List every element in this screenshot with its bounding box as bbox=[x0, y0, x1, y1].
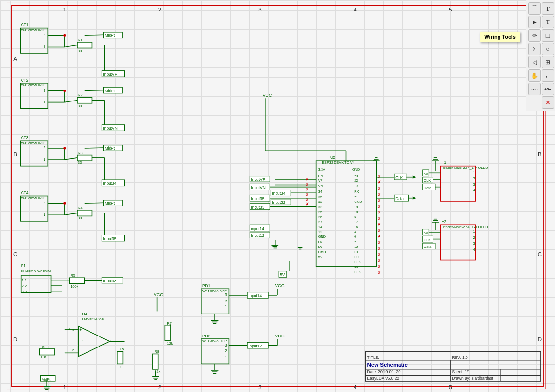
vcc-tool-btn[interactable]: vcc bbox=[528, 83, 541, 95]
svg-text:PD1: PD1 bbox=[202, 283, 211, 288]
svg-text:✗: ✗ bbox=[305, 187, 309, 192]
svg-text:ESP32 DEVKITC V4: ESP32 DEVKITC V4 bbox=[322, 160, 355, 165]
svg-text:5: 5 bbox=[449, 384, 452, 390]
text-tool-btn[interactable]: T bbox=[542, 16, 554, 28]
svg-text:D1: D1 bbox=[354, 250, 358, 254]
svg-text:MidPt: MidPt bbox=[105, 201, 115, 206]
svg-text:26: 26 bbox=[318, 215, 322, 219]
svg-text:✗: ✗ bbox=[377, 258, 381, 263]
wiring-tools-label: Wiring Tools bbox=[480, 32, 520, 42]
circle-tool-btn[interactable]: ○ bbox=[542, 43, 554, 55]
svg-text:17: 17 bbox=[354, 220, 358, 224]
svg-text:✗: ✗ bbox=[377, 222, 381, 227]
netflag-tool-btn[interactable]: Σ bbox=[528, 43, 541, 55]
svg-text:✗: ✗ bbox=[377, 246, 381, 251]
svg-text:1: 1 bbox=[63, 7, 66, 12]
hand-tool-btn[interactable]: ✋ bbox=[528, 69, 541, 82]
svg-text:R2: R2 bbox=[78, 93, 82, 97]
svg-text:16: 16 bbox=[354, 225, 358, 229]
svg-text:1: 1 bbox=[44, 212, 46, 217]
svg-text:✗: ✗ bbox=[305, 192, 309, 197]
junction-tool-btn[interactable]: ▶ bbox=[528, 16, 541, 28]
schematic-area[interactable]: 1 2 3 4 5 1 2 3 4 5 A B C D A B C D CT1 … bbox=[0, 0, 555, 392]
bus-tool-btn[interactable]: T bbox=[542, 2, 554, 15]
svg-text:✗: ✗ bbox=[377, 240, 381, 245]
arc-tool-btn[interactable]: ◁ bbox=[528, 56, 541, 68]
plus5v-tool-btn[interactable]: +5v bbox=[542, 83, 554, 95]
svg-text:TX: TX bbox=[354, 184, 358, 188]
svg-rect-109 bbox=[69, 278, 84, 284]
svg-text:Input33: Input33 bbox=[103, 279, 116, 283]
svg-text:4: 4 bbox=[354, 7, 357, 12]
svg-text:EN: EN bbox=[318, 174, 323, 178]
svg-text:TITLE:: TITLE: bbox=[367, 355, 379, 360]
svg-text:5V: 5V bbox=[318, 255, 322, 259]
svg-line-29 bbox=[65, 45, 77, 47]
svg-text:27: 27 bbox=[318, 220, 322, 224]
svg-text:Input32: Input32 bbox=[272, 200, 285, 205]
svg-text:R5: R5 bbox=[70, 273, 75, 278]
svg-text:35: 35 bbox=[318, 195, 322, 199]
svg-text:P1: P1 bbox=[21, 263, 26, 268]
svg-text:0: 0 bbox=[354, 235, 356, 239]
svg-text:New Schematic: New Schematic bbox=[367, 362, 408, 368]
svg-text:Input34: Input34 bbox=[103, 181, 116, 186]
svg-text:2: 2 bbox=[225, 348, 227, 353]
svg-marker-265 bbox=[413, 197, 416, 200]
svg-text:GND: GND bbox=[318, 235, 326, 239]
svg-text:Sheet: 1/1: Sheet: 1/1 bbox=[452, 370, 470, 374]
svg-point-99 bbox=[63, 202, 66, 205]
main-container: 1 2 3 4 5 1 2 3 4 5 A B C D A B C D CT1 … bbox=[0, 0, 555, 392]
svg-rect-88 bbox=[77, 210, 92, 216]
svg-text:D: D bbox=[13, 336, 17, 342]
pencil-tool-btn[interactable]: ✏ bbox=[528, 29, 541, 42]
svg-text:33: 33 bbox=[78, 216, 82, 220]
svg-text:✗: ✗ bbox=[377, 234, 381, 239]
svg-text:✗: ✗ bbox=[377, 270, 381, 275]
svg-point-59 bbox=[63, 90, 66, 92]
toolbar: ⌒ T ▶ T ✏ □ Σ ○ ◁ ⊞ ✋ ⌐ vcc +5v ✕ bbox=[526, 0, 555, 111]
svg-text:3: 3 bbox=[225, 292, 227, 297]
svg-text:22: 22 bbox=[354, 179, 358, 183]
svg-text:CT4: CT4 bbox=[21, 190, 29, 195]
svg-text:WJ128V-5.0-2P: WJ128V-5.0-2P bbox=[21, 141, 45, 145]
rect-tool-btn[interactable]: □ bbox=[542, 29, 554, 42]
svg-text:WJ128V-5.0-2P: WJ128V-5.0-2P bbox=[21, 83, 45, 87]
image-tool-btn[interactable]: ⊞ bbox=[542, 56, 554, 68]
close-tool-btn[interactable]: ✕ bbox=[542, 96, 554, 109]
svg-text:B: B bbox=[538, 151, 542, 157]
corner-tool-btn[interactable]: ⌐ bbox=[542, 69, 554, 82]
svg-text:5: 5 bbox=[449, 7, 452, 12]
wire-tool-btn[interactable]: ⌒ bbox=[528, 2, 541, 15]
svg-text:InputVP: InputVP bbox=[251, 177, 265, 182]
svg-text:GND: GND bbox=[352, 168, 360, 172]
svg-text:✗: ✗ bbox=[377, 210, 381, 215]
svg-text:Data: Data bbox=[424, 245, 432, 249]
svg-text:1: 1 bbox=[225, 304, 227, 309]
svg-text:34: 34 bbox=[318, 190, 322, 194]
svg-text:1: 1 bbox=[44, 100, 46, 104]
svg-text:2019-01-20: 2019-01-20 bbox=[377, 369, 400, 374]
svg-line-95 bbox=[85, 203, 104, 203]
svg-text:B: B bbox=[13, 151, 17, 157]
svg-text:D2: D2 bbox=[318, 240, 322, 244]
svg-text:2: 2 bbox=[354, 240, 356, 244]
svg-text:MidPt: MidPt bbox=[105, 33, 115, 38]
svg-text:✗: ✗ bbox=[377, 174, 381, 179]
svg-text:1: 1 bbox=[473, 170, 475, 174]
svg-text:Input34: Input34 bbox=[272, 191, 285, 196]
svg-text:MidPt: MidPt bbox=[105, 146, 115, 151]
svg-text:19: 19 bbox=[354, 205, 358, 209]
svg-text:-: - bbox=[79, 347, 81, 352]
svg-text:4: 4 bbox=[354, 230, 356, 234]
svg-rect-130 bbox=[39, 349, 54, 355]
svg-text:CT3: CT3 bbox=[21, 135, 29, 140]
schematic-svg: 1 2 3 4 5 1 2 3 4 5 A B C D A B C D CT1 … bbox=[0, 0, 555, 392]
svg-text:Input33: Input33 bbox=[251, 205, 264, 210]
svg-text:✗: ✗ bbox=[305, 182, 309, 187]
svg-text:25: 25 bbox=[318, 210, 322, 214]
svg-text:2: 2 bbox=[44, 88, 46, 93]
svg-text:3: 3 bbox=[225, 343, 227, 347]
svg-text:Input12: Input12 bbox=[251, 233, 264, 238]
svg-text:2: 2 bbox=[473, 176, 475, 180]
